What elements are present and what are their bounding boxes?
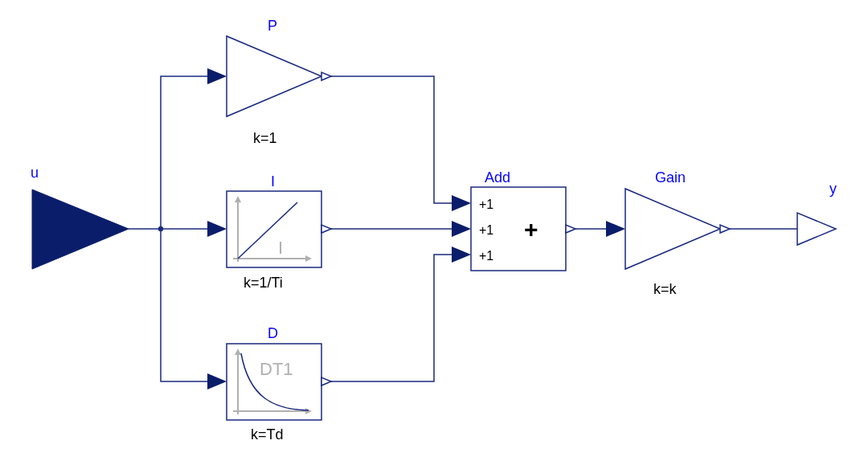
svg-marker-15 bbox=[797, 213, 836, 245]
svg-marker-1 bbox=[227, 36, 321, 116]
arrowhead-i-to-add bbox=[452, 221, 471, 237]
add-weight-1: +1 bbox=[479, 198, 493, 211]
block-d: D DT1 k=Td bbox=[227, 325, 331, 442]
add-weight-3: +1 bbox=[479, 249, 493, 263]
svg-marker-14 bbox=[625, 189, 720, 269]
arrowhead-to-i bbox=[207, 221, 227, 237]
block-p-param: k=1 bbox=[253, 130, 277, 146]
input-u: u bbox=[31, 165, 129, 269]
block-i-param: k=1/Ti bbox=[244, 275, 283, 291]
block-d-param: k=Td bbox=[251, 426, 284, 442]
arrowhead-p-to-add bbox=[452, 195, 471, 211]
block-d-title: D bbox=[268, 325, 278, 341]
arrowhead-to-d bbox=[207, 373, 227, 389]
output-y: y bbox=[797, 181, 837, 245]
wire-node-to-p bbox=[161, 76, 209, 229]
arrowhead-to-p bbox=[207, 68, 227, 84]
block-gain: Gain k=k bbox=[625, 169, 730, 297]
add-plus-symbol: + bbox=[524, 216, 538, 243]
block-p-title: P bbox=[268, 18, 277, 34]
i-output-port bbox=[321, 225, 331, 233]
output-y-label: y bbox=[829, 181, 837, 197]
block-add: Add +1 +1 +1 + bbox=[471, 169, 575, 271]
wire-node-to-d bbox=[161, 229, 209, 381]
wire-d-to-add bbox=[331, 255, 453, 381]
gain-output-port bbox=[720, 225, 730, 233]
arrowhead-add-to-gain bbox=[606, 221, 625, 237]
d-output-port bbox=[321, 377, 331, 385]
input-u-label: u bbox=[31, 165, 39, 181]
block-p: P k=1 bbox=[227, 18, 331, 146]
svg-marker-0 bbox=[32, 190, 129, 269]
block-i-title: I bbox=[271, 173, 275, 190]
block-i: I I k=1/Ti bbox=[227, 173, 331, 291]
block-d-icon-label: DT1 bbox=[260, 359, 293, 379]
add-output-port bbox=[566, 225, 575, 233]
pid-diagram: u P k=1 I I k=1/Ti bbox=[0, 0, 868, 473]
p-output-port bbox=[321, 72, 331, 80]
block-add-title: Add bbox=[485, 169, 510, 186]
wire-p-to-add bbox=[331, 76, 453, 203]
add-weight-2: +1 bbox=[479, 223, 493, 237]
block-i-icon-label: I bbox=[278, 238, 283, 258]
block-gain-title: Gain bbox=[655, 169, 686, 186]
arrowhead-d-to-add bbox=[452, 247, 471, 263]
block-gain-param: k=k bbox=[653, 281, 678, 297]
